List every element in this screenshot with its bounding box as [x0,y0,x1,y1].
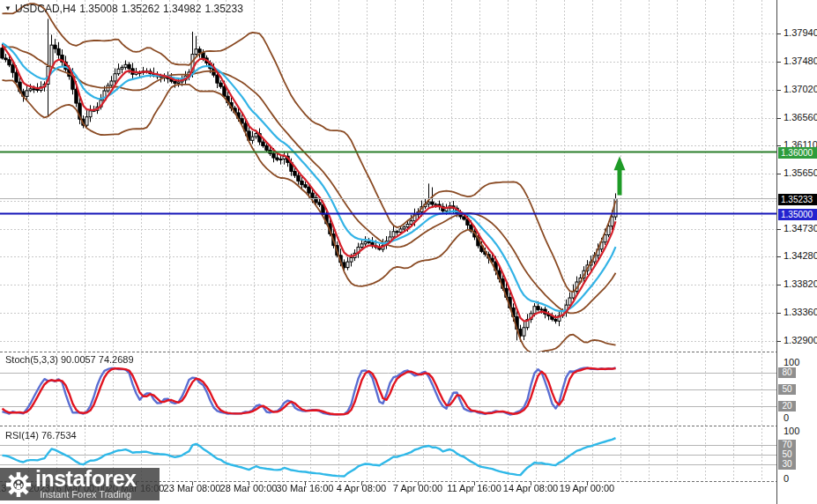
time-axis-label: 19 Apr 00:00 [560,483,614,493]
price-axis-label: 1.34280 [784,250,817,261]
price-level-badge: 1.36000 [778,147,817,159]
axis-tick [777,174,781,174]
rsi-indicator-label: RSI(14) 76.7534 [5,430,77,441]
price-axis-label: 1.35650 [784,167,817,178]
ohlc-low: 1.34982 [163,3,201,15]
rsi-axis-label: 100 [784,426,799,436]
axis-tick [777,229,781,230]
axis-tick [777,341,781,342]
time-axis-label: 11 Apr 16:00 [447,483,501,493]
stoch-level-badge: 20 [778,401,796,411]
axis-tick [777,256,781,257]
logo-brand-text: instaforex [35,469,136,489]
stoch-indicator-label: Stoch(5,3,3) 90.0057 74.2689 [5,354,134,365]
axis-tick [777,90,781,91]
price-axis-label: 1.33820 [784,278,817,289]
price-axis-label: 1.37020 [784,84,817,94]
axis-tick [777,62,781,63]
chart-title: ▼USDCAD,H41.350081.352621.349821.35233 [4,3,247,15]
axis-tick [777,285,781,285]
time-axis-label: 4 Apr 08:00 [337,483,386,493]
time-axis-label: 7 Apr 00:00 [393,483,442,493]
axis-tick [777,145,781,146]
price-axis-label: 1.36560 [784,112,817,122]
ohlc-high: 1.35262 [122,3,160,15]
stoch-axis-label: 100 [784,357,799,367]
rsi-level-badge: 30 [778,459,796,470]
stoch-level-badge: 50 [778,384,796,395]
ohlc-open: 1.35008 [79,3,117,15]
time-axis-label: 28 Mar 00:00 [220,483,278,493]
axis-tick [777,118,781,119]
price-axis-label: 1.33360 [784,307,817,317]
chart-canvas[interactable] [0,0,776,504]
stoch-axis-label: 0 [784,412,789,423]
rsi-axis-label: 0 [784,473,789,484]
price-axis-label: 1.34730 [784,223,817,233]
price-axis-label: 1.37480 [784,56,817,66]
stoch-level-badge: 80 [778,367,796,378]
chevron-down-icon[interactable]: ▼ [4,4,11,12]
gear-icon [5,471,32,498]
time-axis-label: 30 Mar 16:00 [277,483,334,493]
axis-tick [777,33,781,34]
time-axis-label: 23 Mar 08:00 [164,483,221,493]
time-axis-label: 14 Apr 08:00 [503,483,558,493]
trading-chart-window: ▼USDCAD,H41.350081.352621.349821.35233 S… [0,0,817,504]
price-level-badge: 1.35000 [778,209,817,220]
price-axis-label: 1.37940 [784,27,817,38]
ohlc-close: 1.35233 [204,3,242,15]
price-axis-label: 1.32900 [784,335,817,345]
logo-tagline-text: Instant Forex Trading [40,490,131,500]
price-axis[interactable]: 1.379401.374801.370201.365601.361101.356… [776,0,817,504]
instaforex-logo: instaforex Instant Forex Trading [0,468,160,500]
axis-tick [777,313,781,314]
symbol-label: USDCAD,H4 [15,3,76,15]
price-level-badge: 1.35233 [778,194,817,205]
